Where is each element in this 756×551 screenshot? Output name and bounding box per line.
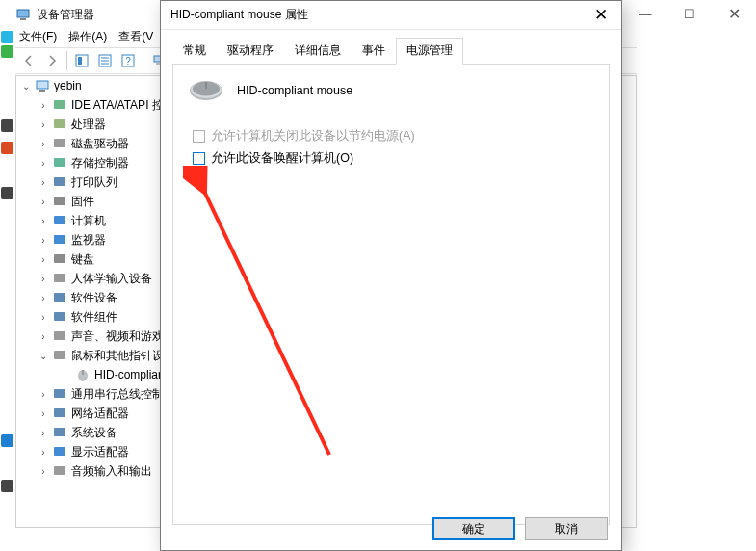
tab-power-management[interactable]: 电源管理: [396, 38, 463, 65]
left-sidebar-strip: [0, 29, 14, 530]
checkbox-allow-off: [193, 130, 205, 143]
caret-icon[interactable]: ›: [38, 216, 49, 226]
svg-rect-15: [54, 100, 65, 109]
tree-node-label: 键盘: [70, 251, 94, 268]
strip-icon: [1, 119, 13, 132]
tab-general[interactable]: 常规: [172, 38, 217, 65]
device-category-icon: [52, 232, 67, 248]
strip-icon: [1, 142, 13, 154]
svg-rect-3: [78, 57, 82, 65]
tab-driver[interactable]: 驱动程序: [217, 38, 284, 65]
toolbar-forward[interactable]: [41, 50, 63, 71]
device-category-icon: [52, 348, 67, 363]
mouse-icon: [75, 367, 91, 382]
toolbar-back[interactable]: [18, 50, 39, 71]
bg-title: 设备管理器: [37, 7, 94, 23]
device-manager-icon: [15, 7, 31, 22]
svg-rect-21: [54, 216, 65, 224]
caret-icon[interactable]: ›: [38, 100, 49, 111]
mouse-icon: [187, 78, 225, 103]
svg-rect-18: [54, 158, 65, 167]
maximize-button[interactable]: ☐: [667, 0, 712, 27]
toolbar-properties[interactable]: [94, 50, 116, 71]
tab-events[interactable]: 事件: [352, 38, 396, 65]
dialog-close-button[interactable]: ✕: [581, 1, 621, 30]
caret-icon[interactable]: ›: [38, 428, 49, 438]
caret-icon[interactable]: ›: [38, 447, 49, 458]
device-category-icon: [52, 290, 67, 305]
minimize-button[interactable]: —: [623, 0, 667, 27]
close-icon: ✕: [728, 5, 741, 23]
tab-content: HID-compliant mouse 允许计算机关闭此设备以节约电源(A) 允…: [172, 65, 610, 525]
svg-text:?: ?: [125, 56, 131, 66]
strip-icon: [1, 31, 13, 43]
caret-icon[interactable]: ›: [38, 389, 49, 400]
dialog-buttons: 确定 取消: [432, 517, 608, 540]
close-button[interactable]: ✕: [712, 0, 756, 27]
device-category-icon: [52, 406, 67, 421]
strip-icon: [1, 434, 13, 447]
tree-node-label: 处理器: [70, 117, 106, 133]
dialog-titlebar[interactable]: HID-compliant mouse 属性 ✕: [161, 1, 621, 30]
caret-icon[interactable]: ⌄: [20, 81, 32, 92]
device-category-icon: [52, 194, 67, 209]
tree-node-label: 磁盘驱动器: [70, 136, 129, 152]
caret-icon[interactable]: ›: [38, 119, 49, 130]
bg-window-controls: — ☐ ✕: [623, 0, 756, 27]
device-name-label: HID-compliant mouse: [237, 84, 352, 97]
ok-button[interactable]: 确定: [432, 517, 515, 540]
strip-icon: [1, 187, 13, 199]
svg-rect-19: [54, 177, 65, 186]
device-category-icon: [52, 444, 67, 459]
svg-rect-32: [54, 408, 65, 417]
svg-rect-0: [17, 10, 29, 17]
caret-icon[interactable]: ›: [38, 408, 49, 419]
caret-icon[interactable]: ⌄: [38, 351, 49, 361]
svg-rect-27: [54, 331, 65, 340]
caret-icon[interactable]: ›: [38, 254, 49, 265]
device-category-icon: [52, 328, 67, 344]
tree-root-label: yebin: [53, 79, 82, 92]
caret-icon[interactable]: ›: [38, 466, 49, 477]
device-header: HID-compliant mouse: [187, 78, 595, 103]
tree-node-label: 打印队列: [70, 174, 117, 191]
tree-node-label: 显示适配器: [70, 444, 129, 460]
device-category-icon: [52, 386, 67, 402]
device-category-icon: [52, 174, 67, 190]
tree-node-label: 系统设备: [70, 425, 117, 441]
caret-icon[interactable]: ›: [38, 331, 49, 342]
svg-rect-14: [39, 90, 45, 92]
tree-node-label: IDE ATA/ATAPI 控: [70, 97, 164, 114]
toolbar-help[interactable]: ?: [117, 50, 139, 71]
tree-node-label: 音频输入和输出: [70, 463, 152, 480]
minimize-icon: —: [639, 7, 652, 21]
caret-icon[interactable]: ›: [38, 293, 49, 303]
caret-icon[interactable]: ›: [38, 158, 49, 169]
tree-node-label: 通用串行总线控制: [70, 386, 164, 403]
tree-node-label: 软件设备: [70, 290, 117, 306]
tab-details[interactable]: 详细信息: [284, 38, 352, 65]
tree-node-label: 人体学输入设备: [70, 271, 152, 287]
caret-icon[interactable]: ›: [38, 235, 49, 246]
tree-node-label: 计算机: [70, 213, 106, 229]
checkbox-allow-wake[interactable]: [193, 152, 205, 165]
caret-icon[interactable]: ›: [38, 312, 49, 323]
svg-rect-31: [54, 389, 65, 398]
menu-view[interactable]: 查看(V: [115, 27, 157, 47]
svg-rect-35: [54, 466, 65, 475]
device-category-icon: [52, 117, 67, 132]
svg-rect-1: [20, 18, 26, 20]
tree-node-label: 存储控制器: [70, 155, 129, 171]
caret-icon[interactable]: ›: [38, 177, 49, 188]
caret-icon[interactable]: ›: [38, 197, 49, 207]
checkbox-row-allow-wake[interactable]: 允许此设备唤醒计算机(O): [193, 150, 595, 167]
strip-icon: [1, 480, 13, 492]
cancel-button[interactable]: 取消: [525, 517, 608, 540]
menu-file[interactable]: 文件(F): [15, 27, 61, 47]
menu-action[interactable]: 操作(A): [65, 27, 111, 47]
close-icon: ✕: [594, 5, 608, 25]
caret-icon[interactable]: ›: [38, 139, 49, 149]
caret-icon[interactable]: ›: [38, 274, 49, 284]
toolbar-show-hide[interactable]: [71, 50, 92, 71]
maximize-icon: ☐: [684, 7, 695, 21]
